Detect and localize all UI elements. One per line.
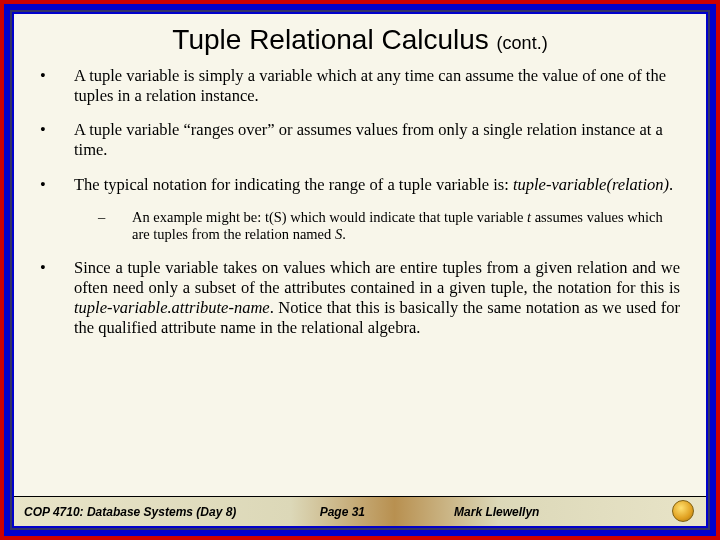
bullet-1-text: A tuple variable is simply a variable wh… bbox=[74, 66, 680, 106]
footer-page: Page 31 bbox=[320, 505, 454, 519]
bullet-4: • Since a tuple variable takes on values… bbox=[40, 258, 680, 339]
slide-body: • A tuple variable is simply a variable … bbox=[14, 62, 706, 496]
title-main: Tuple Relational Calculus bbox=[172, 24, 488, 55]
bullet-3-text: The typical notation for indicating the … bbox=[74, 175, 680, 195]
bullet-3: • The typical notation for indicating th… bbox=[40, 175, 680, 195]
bullet-marker: • bbox=[40, 120, 74, 160]
bullet-1: • A tuple variable is simply a variable … bbox=[40, 66, 680, 106]
bullet-2-text: A tuple variable “ranges over” or assume… bbox=[74, 120, 680, 160]
slide-outer-border: Tuple Relational Calculus (cont.) • A tu… bbox=[0, 0, 720, 540]
sub-bullet-1: – An example might be: t(S) which would … bbox=[98, 209, 680, 244]
slide-mid-border: Tuple Relational Calculus (cont.) • A tu… bbox=[4, 4, 716, 536]
slide-footer: COP 4710: Database Systems (Day 8) Page … bbox=[14, 496, 706, 526]
bullet-marker: • bbox=[40, 66, 74, 106]
bullet-marker: • bbox=[40, 175, 74, 195]
ucf-logo-icon bbox=[672, 500, 694, 522]
bullet-2: • A tuple variable “ranges over” or assu… bbox=[40, 120, 680, 160]
slide-title: Tuple Relational Calculus (cont.) bbox=[14, 14, 706, 62]
footer-course: COP 4710: Database Systems (Day 8) bbox=[24, 505, 320, 519]
slide-inner-border: Tuple Relational Calculus (cont.) • A tu… bbox=[10, 10, 710, 530]
slide-content: Tuple Relational Calculus (cont.) • A tu… bbox=[14, 14, 706, 526]
sub-bullet-1-text: An example might be: t(S) which would in… bbox=[132, 209, 680, 244]
title-cont: (cont.) bbox=[497, 33, 548, 53]
bullet-marker: • bbox=[40, 258, 74, 339]
bullet-4-text: Since a tuple variable takes on values w… bbox=[74, 258, 680, 339]
footer-author: Mark Llewellyn bbox=[454, 505, 629, 519]
sub-marker: – bbox=[98, 209, 132, 244]
